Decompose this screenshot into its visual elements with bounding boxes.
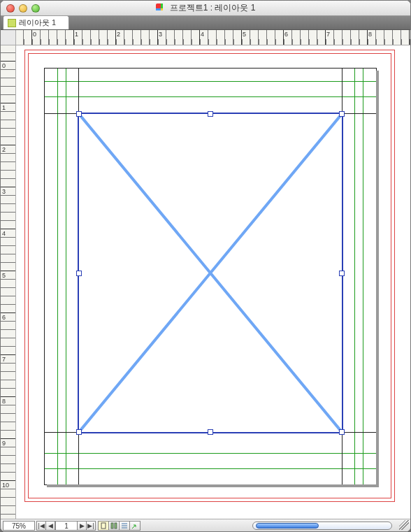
layout-icon — [8, 19, 16, 27]
ruler-origin[interactable] — [1, 30, 16, 45]
handle-s[interactable] — [208, 429, 213, 435]
story-view-icon — [121, 522, 128, 529]
margin-guide-horizontal — [45, 468, 376, 469]
page-field[interactable]: 1 — [55, 521, 78, 531]
window-title-text: 프로젝트1 : 레이아웃 1 — [170, 3, 256, 13]
ruler-v-label: 9 — [2, 440, 6, 447]
ruler-v-label: 6 — [2, 314, 6, 321]
pasteboard — [16, 45, 410, 519]
nav-last-icon: ▶| — [87, 522, 94, 529]
app-icon — [156, 3, 166, 13]
nav-last-button[interactable]: ▶| — [86, 521, 96, 531]
ruler-h-label: 5 — [243, 31, 246, 38]
zoom-field[interactable]: 75% — [3, 521, 35, 531]
status-bar: 75% |◀ ◀ 1 ▶ ▶| — [1, 519, 410, 531]
ruler-h-label: 2 — [117, 31, 120, 38]
ruler-v-label: 4 — [2, 230, 6, 237]
ruler-v-label: 8 — [2, 398, 6, 405]
export-arrow-icon — [131, 522, 138, 529]
ruler-v-label: 10 — [2, 482, 9, 489]
titlebar[interactable]: 프로젝트1 : 레이아웃 1 — [1, 1, 410, 16]
svg-rect-3 — [111, 523, 113, 529]
margin-guide-vertical — [57, 69, 58, 484]
cols-view-icon — [110, 522, 117, 529]
handle-nw[interactable] — [76, 111, 82, 117]
ruler-h-label: 3 — [159, 31, 162, 38]
nav-prev-button[interactable]: ◀ — [45, 521, 55, 531]
layout-tab-label: 레이아웃 1 — [19, 17, 56, 28]
close-button[interactable] — [6, 4, 15, 13]
nav-next-icon: ▶ — [80, 522, 85, 529]
ruler-h-label: 8 — [368, 31, 372, 38]
window-title: 프로젝트1 : 레이아웃 1 — [1, 2, 410, 14]
nav-next-button[interactable]: ▶ — [77, 521, 87, 531]
margin-guide-horizontal — [45, 453, 376, 454]
ruler-v-label: 7 — [2, 356, 6, 363]
minimize-button[interactable] — [19, 4, 27, 13]
columns-view-button[interactable] — [108, 521, 120, 531]
ruler-h-label: 0 — [33, 31, 36, 38]
ruler-h-label: 1 — [75, 31, 78, 38]
nav-first-icon: |◀ — [38, 522, 44, 529]
handle-sw[interactable] — [76, 429, 82, 435]
single-page-view-button[interactable] — [98, 521, 109, 531]
export-view-button[interactable] — [129, 521, 140, 531]
story-view-button[interactable] — [119, 521, 130, 531]
ruler-v-label: 3 — [2, 188, 6, 195]
ruler-v-label: 2 — [2, 146, 6, 153]
vertical-ruler[interactable]: 0 1 2 3 4 5 6 7 8 9 10 — [1, 45, 16, 519]
ruler-v-label: 0 — [2, 62, 6, 69]
ruler-h-label: 6 — [284, 31, 288, 38]
handle-se[interactable] — [339, 429, 345, 435]
traffic-lights — [1, 4, 40, 13]
picture-box[interactable] — [78, 113, 343, 433]
page-view-icon — [100, 522, 107, 529]
ruler-v-label: 1 — [2, 104, 6, 111]
handle-e[interactable] — [339, 271, 345, 276]
nav-prev-icon: ◀ — [48, 522, 53, 529]
document-window: 프로젝트1 : 레이아웃 1 레이아웃 1 0 1 2 3 4 5 6 7 — [0, 0, 411, 532]
view-mode-group — [99, 521, 140, 531]
ruler-h-label: 7 — [326, 31, 330, 38]
horizontal-scrollbar[interactable] — [252, 522, 392, 530]
horizontal-scroll-thumb[interactable] — [256, 523, 319, 529]
ruler-h-label: 4 — [201, 31, 204, 38]
zoom-button[interactable] — [31, 4, 40, 13]
layout-tab-bar: 레이아웃 1 — [1, 16, 410, 30]
nav-first-button[interactable]: |◀ — [36, 521, 46, 531]
ruler-v-label: 5 — [2, 272, 6, 279]
resize-grip[interactable] — [399, 520, 409, 530]
handle-w[interactable] — [76, 271, 82, 276]
margin-guide-horizontal — [45, 96, 376, 97]
svg-rect-2 — [101, 523, 106, 529]
layout-tab[interactable]: 레이아웃 1 — [3, 15, 69, 29]
svg-rect-4 — [115, 523, 117, 529]
canvas[interactable] — [16, 45, 410, 519]
workspace: 0 1 2 3 4 5 6 7 8 0 1 2 3 4 5 6 — [1, 30, 410, 519]
handle-n[interactable] — [208, 111, 213, 117]
margin-guide-horizontal — [45, 81, 376, 82]
handle-ne[interactable] — [339, 111, 345, 117]
picture-box-x-icon — [79, 114, 342, 432]
horizontal-ruler[interactable]: 0 1 2 3 4 5 6 7 8 — [16, 30, 410, 45]
margin-guide-vertical — [363, 69, 363, 484]
margin-guide-vertical — [354, 69, 355, 484]
margin-guide-vertical — [66, 69, 66, 484]
